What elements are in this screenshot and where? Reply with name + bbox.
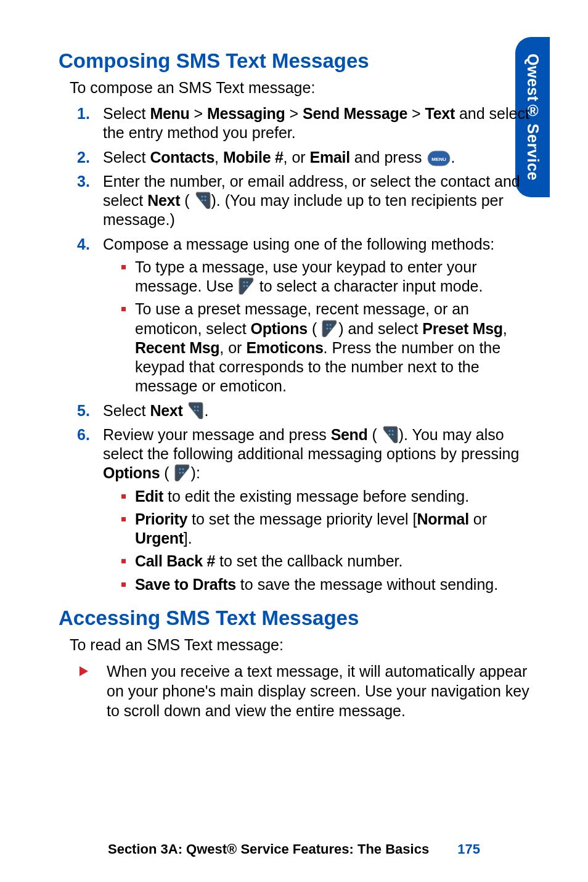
page-footer: Section 3A: Qwest® Service Features: The… [0,841,588,857]
step-6: Review your message and press Send ( ). … [77,425,539,594]
svg-point-10 [327,324,329,325]
step-1: Select Menu > Messaging > Send Message >… [77,104,539,143]
svg-point-19 [391,430,393,431]
svg-point-15 [197,406,199,407]
svg-point-12 [327,327,329,329]
steps-list: Select Menu > Messaging > Send Message >… [77,104,539,594]
right-softkey-icon [238,277,255,295]
step-2: Select Contacts, Mobile #, or Email and … [77,148,539,167]
svg-point-4 [201,200,203,202]
left-softkey-icon [187,401,204,420]
svg-point-24 [179,472,181,474]
right-softkey-icon [174,463,191,482]
svg-point-17 [197,409,199,411]
step-4-sublist: To type a message, use your keypad to en… [120,258,539,396]
step-4: Compose a message using one of the follo… [77,235,539,396]
step-6-sub-callback: Call Back # to set the callback number. [120,552,539,571]
right-softkey-icon [321,319,338,338]
svg-point-9 [246,285,248,287]
svg-point-20 [388,433,390,435]
svg-point-6 [243,282,245,284]
svg-point-3 [204,196,206,198]
left-softkey-icon [382,425,399,444]
step-6-sub-edit: Edit to edit the existing message before… [120,487,539,506]
step-6-sub-priority: Priority to set the message priority lev… [120,510,539,549]
step-4-sub-1: To type a message, use your keypad to en… [120,258,539,296]
svg-point-25 [182,472,184,474]
step-6-sublist: Edit to edit the existing message before… [120,487,539,594]
left-softkey-icon [194,191,211,210]
step-3: Enter the number, or email address, or s… [77,172,539,230]
svg-point-11 [330,324,332,325]
svg-point-7 [246,282,248,284]
intro-accessing: To read an SMS Text message: [70,636,539,654]
step-4-sub-2: To use a preset message, recent message,… [120,300,539,396]
page-container: Qwest® Service Composing SMS Text Messag… [0,0,588,882]
heading-composing: Composing SMS Text Messages [59,49,539,73]
svg-point-14 [194,406,196,407]
svg-point-16 [194,409,196,411]
step-5: Select Next . [77,401,539,420]
heading-accessing: Accessing SMS Text Messages [59,606,539,630]
svg-point-2 [201,196,203,198]
svg-text:MENU: MENU [431,157,446,162]
svg-point-8 [243,285,245,287]
arrow-item-read: When you receive a text message, it will… [77,661,539,721]
intro-composing: To compose an SMS Text message: [70,79,539,97]
svg-point-18 [388,430,390,431]
svg-point-13 [330,327,332,329]
menu-ok-icon: MENU [427,150,451,167]
svg-point-23 [182,468,184,470]
step-6-sub-drafts: Save to Drafts to save the message witho… [120,575,539,594]
svg-point-21 [391,433,393,435]
page-number: 175 [457,841,480,857]
svg-point-22 [179,468,181,470]
svg-point-5 [204,200,206,202]
footer-text: Section 3A: Qwest® Service Features: The… [108,841,429,857]
